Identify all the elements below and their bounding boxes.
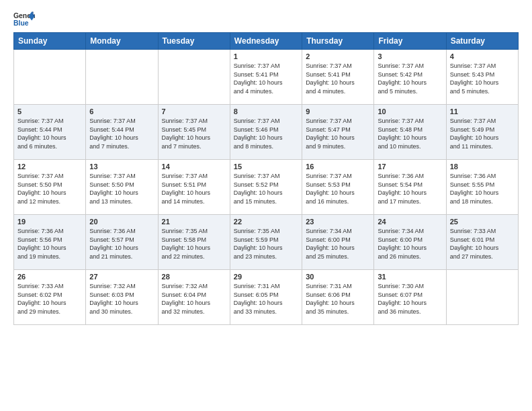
cell-day-number: 5 bbox=[17, 107, 82, 116]
cell-day-info: Sunrise: 7:33 AM Sunset: 6:01 PM Dayligh… bbox=[450, 227, 515, 261]
cell-day-info: Sunrise: 7:37 AM Sunset: 5:44 PM Dayligh… bbox=[17, 117, 82, 150]
header: General Blue bbox=[13, 11, 519, 27]
cell-day-info: Sunrise: 7:37 AM Sunset: 5:43 PM Dayligh… bbox=[450, 62, 515, 95]
cell-day-number: 21 bbox=[162, 218, 226, 226]
calendar-cell: 1Sunrise: 7:37 AM Sunset: 5:41 PM Daylig… bbox=[230, 50, 302, 105]
cell-day-info: Sunrise: 7:37 AM Sunset: 5:50 PM Dayligh… bbox=[17, 172, 82, 205]
cell-day-info: Sunrise: 7:37 AM Sunset: 5:50 PM Dayligh… bbox=[89, 172, 154, 205]
cell-day-number: 31 bbox=[378, 273, 442, 281]
calendar-cell: 11Sunrise: 7:37 AM Sunset: 5:49 PM Dayli… bbox=[446, 105, 518, 160]
calendar-cell: 15Sunrise: 7:37 AM Sunset: 5:52 PM Dayli… bbox=[230, 160, 302, 215]
cell-day-number: 2 bbox=[306, 52, 370, 60]
cell-day-number: 4 bbox=[450, 52, 515, 60]
calendar-cell: 18Sunrise: 7:36 AM Sunset: 5:55 PM Dayli… bbox=[446, 160, 518, 215]
cell-day-number: 18 bbox=[450, 163, 515, 171]
calendar-cell: 17Sunrise: 7:36 AM Sunset: 5:54 PM Dayli… bbox=[374, 160, 446, 215]
calendar-cell: 30Sunrise: 7:31 AM Sunset: 6:06 PM Dayli… bbox=[302, 270, 374, 325]
cell-day-number: 20 bbox=[89, 218, 154, 226]
cell-day-info: Sunrise: 7:30 AM Sunset: 6:07 PM Dayligh… bbox=[378, 282, 442, 316]
cell-day-number: 23 bbox=[306, 218, 370, 226]
calendar-cell: 9Sunrise: 7:37 AM Sunset: 5:47 PM Daylig… bbox=[302, 105, 374, 160]
calendar-cell: 3Sunrise: 7:37 AM Sunset: 5:42 PM Daylig… bbox=[374, 50, 446, 105]
day-header-tuesday: Tuesday bbox=[158, 33, 230, 50]
cell-day-number: 8 bbox=[234, 107, 298, 116]
calendar-cell: 21Sunrise: 7:35 AM Sunset: 5:58 PM Dayli… bbox=[158, 215, 230, 270]
calendar-cell: 14Sunrise: 7:37 AM Sunset: 5:51 PM Dayli… bbox=[158, 160, 230, 215]
day-header-row: SundayMondayTuesdayWednesdayThursdayFrid… bbox=[14, 33, 519, 50]
week-row-2: 5Sunrise: 7:37 AM Sunset: 5:44 PM Daylig… bbox=[14, 105, 519, 160]
calendar-cell: 5Sunrise: 7:37 AM Sunset: 5:44 PM Daylig… bbox=[14, 105, 86, 160]
day-header-wednesday: Wednesday bbox=[230, 33, 302, 50]
cell-day-info: Sunrise: 7:36 AM Sunset: 5:56 PM Dayligh… bbox=[17, 227, 82, 261]
cell-day-number: 14 bbox=[162, 163, 226, 171]
calendar-cell: 22Sunrise: 7:35 AM Sunset: 5:59 PM Dayli… bbox=[230, 215, 302, 270]
cell-day-number: 16 bbox=[306, 163, 370, 171]
week-row-1: 1Sunrise: 7:37 AM Sunset: 5:41 PM Daylig… bbox=[14, 50, 519, 105]
cell-day-info: Sunrise: 7:37 AM Sunset: 5:44 PM Dayligh… bbox=[89, 117, 154, 150]
calendar-cell: 4Sunrise: 7:37 AM Sunset: 5:43 PM Daylig… bbox=[446, 50, 518, 105]
cell-day-number: 15 bbox=[234, 163, 298, 171]
cell-day-number: 25 bbox=[450, 218, 515, 226]
calendar-cell: 13Sunrise: 7:37 AM Sunset: 5:50 PM Dayli… bbox=[86, 160, 158, 215]
week-row-3: 12Sunrise: 7:37 AM Sunset: 5:50 PM Dayli… bbox=[14, 160, 519, 215]
cell-day-info: Sunrise: 7:37 AM Sunset: 5:48 PM Dayligh… bbox=[378, 117, 442, 150]
cell-day-number: 17 bbox=[378, 163, 442, 171]
calendar-cell: 23Sunrise: 7:34 AM Sunset: 6:00 PM Dayli… bbox=[302, 215, 374, 270]
calendar-cell bbox=[158, 50, 230, 105]
cell-day-info: Sunrise: 7:34 AM Sunset: 6:00 PM Dayligh… bbox=[378, 227, 442, 261]
cell-day-number: 12 bbox=[17, 163, 82, 171]
svg-text:Blue: Blue bbox=[13, 19, 29, 27]
cell-day-info: Sunrise: 7:36 AM Sunset: 5:54 PM Dayligh… bbox=[378, 172, 442, 205]
calendar-cell: 26Sunrise: 7:33 AM Sunset: 6:02 PM Dayli… bbox=[14, 270, 86, 325]
calendar-cell bbox=[86, 50, 158, 105]
cell-day-info: Sunrise: 7:36 AM Sunset: 5:57 PM Dayligh… bbox=[89, 227, 154, 261]
cell-day-number: 27 bbox=[89, 273, 154, 281]
cell-day-info: Sunrise: 7:37 AM Sunset: 5:46 PM Dayligh… bbox=[234, 117, 298, 150]
day-header-monday: Monday bbox=[86, 33, 158, 50]
cell-day-info: Sunrise: 7:34 AM Sunset: 6:00 PM Dayligh… bbox=[306, 227, 370, 261]
page: General Blue SundayMondayTuesdayWednesda… bbox=[0, 0, 532, 411]
week-row-5: 26Sunrise: 7:33 AM Sunset: 6:02 PM Dayli… bbox=[14, 270, 519, 325]
cell-day-info: Sunrise: 7:37 AM Sunset: 5:51 PM Dayligh… bbox=[162, 172, 226, 205]
cell-day-number: 6 bbox=[89, 107, 154, 116]
calendar-cell: 6Sunrise: 7:37 AM Sunset: 5:44 PM Daylig… bbox=[86, 105, 158, 160]
calendar-cell: 2Sunrise: 7:37 AM Sunset: 5:41 PM Daylig… bbox=[302, 50, 374, 105]
calendar-cell: 29Sunrise: 7:31 AM Sunset: 6:05 PM Dayli… bbox=[230, 270, 302, 325]
cell-day-number: 30 bbox=[306, 273, 370, 281]
day-header-thursday: Thursday bbox=[302, 33, 374, 50]
calendar-cell: 16Sunrise: 7:37 AM Sunset: 5:53 PM Dayli… bbox=[302, 160, 374, 215]
cell-day-info: Sunrise: 7:37 AM Sunset: 5:49 PM Dayligh… bbox=[450, 117, 515, 150]
cell-day-info: Sunrise: 7:37 AM Sunset: 5:53 PM Dayligh… bbox=[306, 172, 370, 205]
cell-day-info: Sunrise: 7:35 AM Sunset: 5:59 PM Dayligh… bbox=[234, 227, 298, 261]
calendar-cell bbox=[14, 50, 86, 105]
cell-day-number: 10 bbox=[378, 107, 442, 116]
cell-day-info: Sunrise: 7:37 AM Sunset: 5:42 PM Dayligh… bbox=[378, 62, 442, 95]
calendar-cell: 10Sunrise: 7:37 AM Sunset: 5:48 PM Dayli… bbox=[374, 105, 446, 160]
cell-day-number: 22 bbox=[234, 218, 298, 226]
cell-day-info: Sunrise: 7:31 AM Sunset: 6:05 PM Dayligh… bbox=[234, 282, 298, 316]
cell-day-number: 24 bbox=[378, 218, 442, 226]
week-row-4: 19Sunrise: 7:36 AM Sunset: 5:56 PM Dayli… bbox=[14, 215, 519, 270]
day-header-friday: Friday bbox=[374, 33, 446, 50]
cell-day-info: Sunrise: 7:37 AM Sunset: 5:41 PM Dayligh… bbox=[234, 62, 298, 95]
cell-day-info: Sunrise: 7:37 AM Sunset: 5:47 PM Dayligh… bbox=[306, 117, 370, 150]
calendar-cell: 31Sunrise: 7:30 AM Sunset: 6:07 PM Dayli… bbox=[374, 270, 446, 325]
day-header-saturday: Saturday bbox=[446, 33, 518, 50]
calendar-table: SundayMondayTuesdayWednesdayThursdayFrid… bbox=[13, 32, 519, 325]
cell-day-number: 29 bbox=[234, 273, 298, 281]
cell-day-info: Sunrise: 7:37 AM Sunset: 5:45 PM Dayligh… bbox=[162, 117, 226, 150]
calendar-cell: 19Sunrise: 7:36 AM Sunset: 5:56 PM Dayli… bbox=[14, 215, 86, 270]
cell-day-info: Sunrise: 7:37 AM Sunset: 5:41 PM Dayligh… bbox=[306, 62, 370, 95]
calendar-cell: 7Sunrise: 7:37 AM Sunset: 5:45 PM Daylig… bbox=[158, 105, 230, 160]
cell-day-number: 9 bbox=[306, 107, 370, 116]
cell-day-number: 1 bbox=[234, 52, 298, 60]
cell-day-number: 11 bbox=[450, 107, 515, 116]
logo-icon: General Blue bbox=[13, 11, 35, 27]
cell-day-info: Sunrise: 7:32 AM Sunset: 6:04 PM Dayligh… bbox=[162, 282, 226, 316]
calendar-cell bbox=[446, 270, 518, 325]
calendar-cell: 25Sunrise: 7:33 AM Sunset: 6:01 PM Dayli… bbox=[446, 215, 518, 270]
cell-day-info: Sunrise: 7:35 AM Sunset: 5:58 PM Dayligh… bbox=[162, 227, 226, 261]
calendar-cell: 12Sunrise: 7:37 AM Sunset: 5:50 PM Dayli… bbox=[14, 160, 86, 215]
calendar-cell: 8Sunrise: 7:37 AM Sunset: 5:46 PM Daylig… bbox=[230, 105, 302, 160]
cell-day-info: Sunrise: 7:37 AM Sunset: 5:52 PM Dayligh… bbox=[234, 172, 298, 205]
